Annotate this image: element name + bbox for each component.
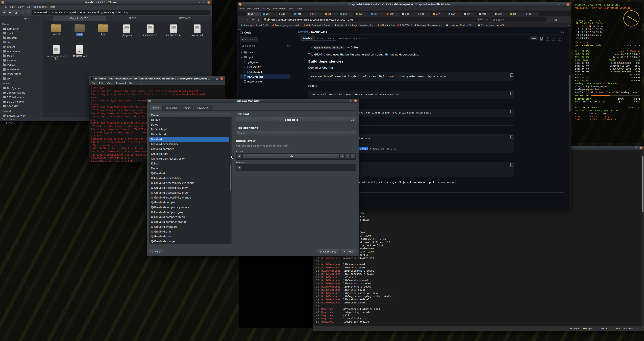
top-link[interactable]: Top: [560, 31, 564, 33]
theme-list-item[interactable]: Default: [149, 117, 229, 122]
browser-tab[interactable]: GMX: [385, 11, 400, 16]
reload-icon[interactable]: ↻: [251, 17, 255, 22]
close-slot[interactable]: ×: [351, 154, 355, 159]
sidebar-item[interactable]: Music: [0, 54, 43, 58]
download-icon[interactable]: ↓: [545, 36, 550, 40]
sidebar-item[interactable]: File System: [0, 86, 43, 90]
menu-item[interactable]: Terminal: [114, 81, 127, 85]
title-alignment-combo[interactable]: Center ▾: [236, 131, 356, 136]
theme-list-item[interactable]: Q-Greybird: [149, 171, 229, 176]
title-slot[interactable]: Title: [243, 154, 339, 159]
maximize-button[interactable]: □: [216, 77, 219, 80]
theme-list-item[interactable]: Q-Greybird-compact-orange: [149, 219, 229, 224]
dialog-tab[interactable]: Advanced: [194, 105, 212, 110]
close-button[interactable]: ×: [566, 3, 570, 6]
browser-tab[interactable]: Gr: [246, 11, 262, 16]
browser-tab[interactable]: Pkg: [416, 11, 431, 16]
branch-selector[interactable]: v3.23.2 ▾: [240, 37, 258, 42]
view-mode-tab[interactable]: Blame: [325, 36, 337, 40]
browser-tab[interactable]: Exp: [262, 11, 277, 16]
sidebar-item[interactable]: Documents: [0, 49, 43, 54]
help-button[interactable]: ?Help: [149, 249, 163, 254]
browser-tab[interactable]: pul: [354, 11, 370, 16]
maximize-button[interactable]: □: [203, 1, 206, 4]
bookmark-item[interactable]: SRPMS.pclos/: [376, 24, 396, 27]
bookmark-star-icon[interactable]: ☆: [486, 18, 488, 21]
page-scrollbar[interactable]: [568, 27, 571, 209]
browser-tab[interactable]: lwf: [462, 11, 478, 16]
file-tree-item[interactable]: ▸LICENSE.CC: [240, 64, 290, 69]
sidebar-item[interactable]: Computer: [0, 26, 43, 31]
home-icon[interactable]: ⌂: [256, 17, 261, 22]
page-scrollbar-thumb[interactable]: [569, 75, 570, 112]
browser-tab[interactable]: REA: [447, 11, 462, 16]
theme-list-item[interactable]: Q-Greybird-compact-cyandark: [149, 205, 229, 210]
theme-column-header[interactable]: Theme: [149, 113, 232, 117]
theme-list-item[interactable]: Default-hdpi: [149, 127, 229, 132]
file-item[interactable]: meson.build: [186, 23, 209, 44]
browser-tab[interactable]: Pos: [370, 11, 385, 16]
menu-item[interactable]: View: [106, 81, 114, 85]
forward-button[interactable]: ▶: [8, 10, 13, 15]
title-font-button[interactable]: Sans Bold 10: [236, 117, 356, 123]
sidebar-item[interactable]: Pictures: [0, 58, 43, 63]
bookmark-item[interactable]: Quait: [334, 24, 344, 27]
file-tree-item[interactable]: ▸.gitignore: [240, 60, 290, 64]
file-item[interactable]: LICENSE.GPL: [162, 23, 186, 44]
go-to-file-input[interactable]: Go to file t: [240, 43, 290, 48]
breadcrumb-repo-link[interactable]: Greybird: [298, 30, 308, 33]
copy-icon[interactable]: [510, 136, 512, 138]
scroll-tabs-left-icon[interactable]: ‹: [238, 12, 242, 16]
menu-item[interactable]: Edit: [98, 81, 105, 85]
bookmark-item[interactable]: Packages Search - pkg...: [344, 24, 376, 27]
terminal-titlebar[interactable]: Terminal - quait@localhost:~/src/rpm/SOU…: [89, 76, 225, 81]
folder-tab[interactable]: NEW-MP3s: [159, 16, 212, 21]
hidden-button-layout[interactable]: ▪: [236, 164, 356, 171]
menu-item[interactable]: Tabs: [128, 81, 136, 85]
library-icon[interactable]: ▤: [554, 17, 558, 22]
theme-list-item[interactable]: Daloa: [149, 122, 229, 127]
bookmark-item[interactable]: Speedport Smart 3 - K...: [240, 24, 271, 27]
theme-list-item[interactable]: Kokodi: [149, 161, 229, 166]
browser-tab[interactable]: Par: [308, 11, 323, 16]
dialog-tab[interactable]: Style: [150, 105, 162, 110]
browser-tab[interactable]: mor: [478, 11, 493, 16]
file-tree-item[interactable]: ▸LICENSE.GPL: [240, 69, 290, 74]
kebab-menu-icon[interactable]: ⋯: [557, 36, 562, 40]
browser-tab[interactable]: dis: [524, 11, 539, 16]
theme-list-item[interactable]: Q-Greybird-cyandark: [149, 224, 229, 229]
bookmark-item[interactable]: lwfinger / Repositories...: [414, 24, 445, 27]
close-dialog-button[interactable]: ×Close: [341, 249, 356, 254]
sidebar-item[interactable]: Downloads: [0, 67, 43, 72]
sidebar-item[interactable]: Places: [0, 22, 43, 26]
file-item[interactable]: README.md: [68, 44, 92, 65]
editor-scrollbar-thumb[interactable]: [642, 156, 644, 212]
theme-list-item[interactable]: Q-Greybird-accessibility-gray: [149, 185, 229, 190]
theme-list-item[interactable]: Q-Greybird-orange: [149, 239, 229, 244]
theme-list-scrollbar[interactable]: [230, 117, 232, 244]
theme-list-item[interactable]: Q-Greybird-accessibility-orange: [149, 195, 229, 200]
minimize-slot[interactable]: –: [340, 154, 344, 159]
minimize-button[interactable]: –: [630, 147, 634, 150]
menu-item[interactable]: Bookmarks: [272, 7, 287, 10]
sidebar-item[interactable]: 727 MB Volume: [0, 95, 43, 99]
sidebar-item[interactable]: 256 GB Volume: [0, 90, 43, 95]
browser-tab[interactable]: App: [277, 11, 292, 16]
hamburger-menu-icon[interactable]: [565, 17, 569, 22]
theme-list-item[interactable]: Greybird-dark-accessibility: [149, 156, 229, 161]
file-tree-item[interactable]: ▸README.md: [240, 74, 290, 79]
folder-tab[interactable]: SPECS: [106, 16, 159, 21]
menu-item[interactable]: Edit: [246, 7, 252, 10]
maximize-button[interactable]: □: [635, 147, 638, 150]
bookmarks-overflow-icon[interactable]: »: [568, 24, 569, 26]
scroll-tabs-right-icon[interactable]: ›: [242, 12, 246, 16]
menu-item[interactable]: Help: [136, 81, 145, 85]
browser-tab[interactable]: als: [509, 11, 524, 16]
menu-item[interactable]: File: [1, 5, 8, 8]
maximize-button[interactable]: □: [562, 3, 565, 6]
theme-list-item[interactable]: Greybird: [149, 137, 229, 142]
dialog-tab[interactable]: Focus: [180, 105, 193, 110]
edit-pencil-icon[interactable]: ✎: [551, 36, 556, 40]
dialog-titlebar[interactable]: Window Manager – □ ×: [147, 99, 358, 103]
maximize-slot[interactable]: □: [345, 154, 350, 159]
